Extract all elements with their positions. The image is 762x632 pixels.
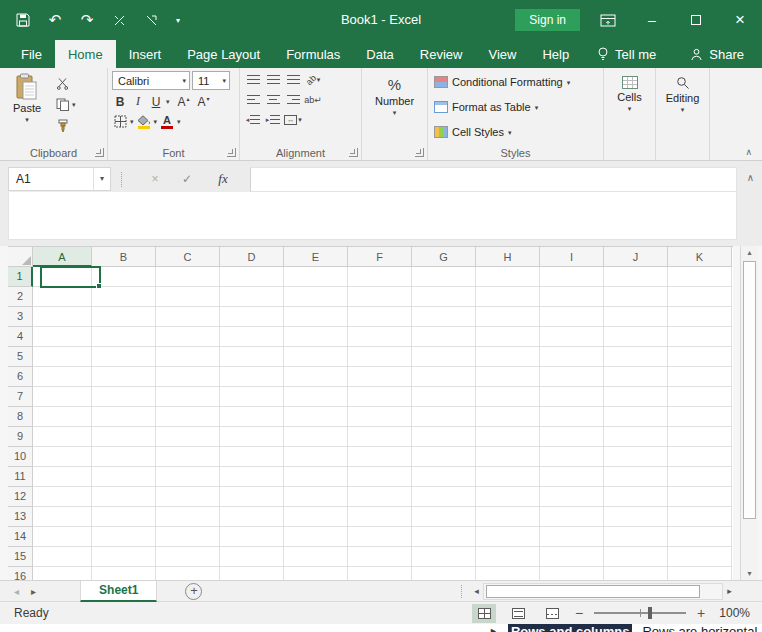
cell-G8[interactable] [412, 407, 476, 427]
cells-button[interactable]: Cells ▾ [608, 71, 651, 112]
cell-B3[interactable] [92, 307, 156, 327]
cell-H13[interactable] [476, 507, 540, 527]
cell-I3[interactable] [540, 307, 604, 327]
cell-E16[interactable] [284, 567, 348, 580]
align-right-button[interactable] [284, 91, 302, 108]
row-header-2[interactable]: 2 [8, 287, 33, 307]
cell-E2[interactable] [284, 287, 348, 307]
tab-page-layout[interactable]: Page Layout [174, 40, 273, 68]
font-size-select[interactable]: 11 ▾ [192, 71, 230, 90]
copy-button[interactable]: ▾ [56, 97, 76, 112]
zoom-slider-thumb[interactable] [648, 607, 652, 619]
cell-I7[interactable] [540, 387, 604, 407]
column-header-C[interactable]: C [156, 247, 220, 267]
cell-G6[interactable] [412, 367, 476, 387]
tab-data[interactable]: Data [353, 40, 406, 68]
cell-H3[interactable] [476, 307, 540, 327]
cell-A11[interactable] [33, 467, 92, 487]
format-as-table-button[interactable]: Format as Table ▾ [432, 96, 599, 118]
cell-B14[interactable] [92, 527, 156, 547]
cell-J10[interactable] [604, 447, 668, 467]
tab-insert[interactable]: Insert [116, 40, 175, 68]
cell-C14[interactable] [156, 527, 220, 547]
decrease-font-size-button[interactable]: A ▾ [198, 95, 210, 109]
cell-D7[interactable] [220, 387, 284, 407]
font-color-dropdown-icon[interactable]: ▾ [177, 118, 181, 125]
cell-E15[interactable] [284, 547, 348, 567]
borders-button[interactable] [112, 113, 128, 130]
top-align-button[interactable] [244, 71, 262, 88]
cell-D15[interactable] [220, 547, 284, 567]
cell-D6[interactable] [220, 367, 284, 387]
tab-home[interactable]: Home [55, 40, 116, 68]
page-layout-view-button[interactable] [506, 604, 530, 623]
cell-A5[interactable] [33, 347, 92, 367]
save-icon[interactable] [16, 13, 30, 27]
cell-K12[interactable] [668, 487, 732, 507]
row-header-12[interactable]: 12 [8, 487, 33, 507]
underline-dropdown-icon[interactable]: ▾ [166, 98, 170, 105]
cell-F2[interactable] [348, 287, 412, 307]
merge-center-button[interactable]: ↔ ▾ [284, 111, 302, 128]
cell-J14[interactable] [604, 527, 668, 547]
row-header-9[interactable]: 9 [8, 427, 33, 447]
conditional-formatting-button[interactable]: Conditional Formatting ▾ [432, 71, 599, 93]
cell-I9[interactable] [540, 427, 604, 447]
font-size-dropdown-icon[interactable]: ▾ [222, 77, 226, 84]
cell-A10[interactable] [33, 447, 92, 467]
cell-A16[interactable] [33, 567, 92, 580]
decrease-indent-button[interactable]: ◂ [244, 111, 262, 128]
cell-G12[interactable] [412, 487, 476, 507]
cell-B15[interactable] [92, 547, 156, 567]
cell-K4[interactable] [668, 327, 732, 347]
fill-color-dropdown-icon[interactable]: ▾ [154, 118, 158, 125]
cell-K13[interactable] [668, 507, 732, 527]
cell-I15[interactable] [540, 547, 604, 567]
tab-formulas[interactable]: Formulas [273, 40, 353, 68]
cell-B6[interactable] [92, 367, 156, 387]
vertical-scrollbar-thumb[interactable] [743, 261, 756, 519]
sheet-tab-sheet1[interactable]: Sheet1 [80, 581, 157, 602]
cell-A14[interactable] [33, 527, 92, 547]
borders-dropdown-icon[interactable]: ▾ [130, 118, 134, 125]
row-header-8[interactable]: 8 [8, 407, 33, 427]
cell-C1[interactable] [156, 267, 220, 287]
collapse-formula-bar-icon[interactable]: ∧ [747, 172, 754, 183]
cell-D10[interactable] [220, 447, 284, 467]
cell-K15[interactable] [668, 547, 732, 567]
cell-G7[interactable] [412, 387, 476, 407]
row-header-7[interactable]: 7 [8, 387, 33, 407]
cut-button[interactable] [56, 76, 76, 91]
cell-F6[interactable] [348, 367, 412, 387]
cell-A13[interactable] [33, 507, 92, 527]
cell-A7[interactable] [33, 387, 92, 407]
cell-H9[interactable] [476, 427, 540, 447]
cell-I10[interactable] [540, 447, 604, 467]
font-name-select[interactable]: Calibri ▾ [112, 71, 190, 90]
scroll-up-icon[interactable]: ▴ [741, 248, 758, 257]
zoom-slider[interactable] [594, 607, 686, 619]
cell-G4[interactable] [412, 327, 476, 347]
column-header-H[interactable]: H [476, 247, 540, 267]
cell-G16[interactable] [412, 567, 476, 580]
cell-H16[interactable] [476, 567, 540, 580]
cell-B2[interactable] [92, 287, 156, 307]
cell-J2[interactable] [604, 287, 668, 307]
cell-H4[interactable] [476, 327, 540, 347]
cell-E7[interactable] [284, 387, 348, 407]
enter-icon[interactable]: ✓ [174, 167, 200, 191]
column-header-K[interactable]: K [668, 247, 732, 267]
redo-icon[interactable]: ↷ [80, 13, 94, 27]
tell-me-control[interactable]: Tell me [597, 47, 656, 62]
format-painter-button[interactable] [56, 118, 76, 133]
cell-B12[interactable] [92, 487, 156, 507]
cell-I4[interactable] [540, 327, 604, 347]
cell-K14[interactable] [668, 527, 732, 547]
column-header-E[interactable]: E [284, 247, 348, 267]
cell-A9[interactable] [33, 427, 92, 447]
cell-C12[interactable] [156, 487, 220, 507]
cell-E5[interactable] [284, 347, 348, 367]
cell-D13[interactable] [220, 507, 284, 527]
horizontal-scrollbar-thumb[interactable] [486, 585, 700, 598]
cell-F8[interactable] [348, 407, 412, 427]
